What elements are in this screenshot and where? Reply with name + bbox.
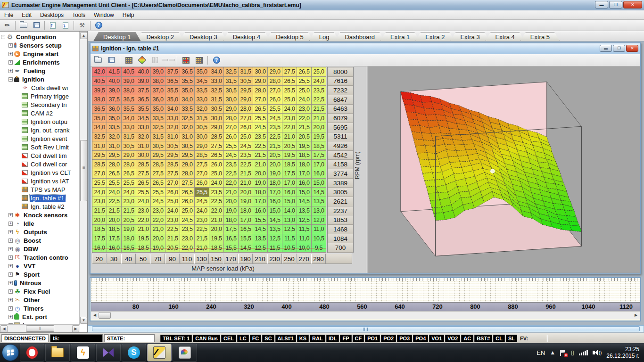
- ignition-cell[interactable]: 29,0: [239, 95, 253, 105]
- ignition-cell[interactable]: 40,5: [92, 77, 107, 86]
- ignition-cell[interactable]: 35,0: [195, 67, 209, 77]
- ignition-cell[interactable]: 38,0: [122, 86, 136, 95]
- ignition-cell[interactable]: 23,0: [180, 234, 195, 244]
- menu-help[interactable]: Help: [118, 11, 139, 19]
- ignition-cell[interactable]: 23,0: [151, 206, 165, 216]
- taskbar-app-paint[interactable]: [173, 344, 197, 362]
- ignition-cell[interactable]: 19,0: [253, 179, 268, 188]
- sidebar-item-boost[interactable]: +◎Boost: [0, 236, 79, 245]
- ign-toolbar-save-icon[interactable]: [106, 55, 117, 65]
- ignition-cell[interactable]: 39,0: [151, 67, 165, 77]
- ignition-cell[interactable]: 36,5: [122, 95, 136, 105]
- ignition-cell[interactable]: 27,0: [268, 86, 282, 95]
- ignition-cell[interactable]: 21,5: [195, 234, 209, 244]
- sidebar-item-ignition-event[interactable]: Ignition event: [0, 134, 79, 143]
- ignition-cell[interactable]: 26,5: [297, 67, 312, 77]
- ignition-cell[interactable]: 20,5: [122, 215, 136, 225]
- ignition-cell[interactable]: 30,5: [180, 141, 195, 151]
- tab-desktop-3[interactable]: Desktop 3: [180, 32, 227, 41]
- ign-toolbar-follow-table-icon[interactable]: [180, 55, 191, 65]
- ignition-cell[interactable]: 27,0: [195, 169, 209, 179]
- ignition-cell[interactable]: 21,5: [122, 206, 136, 216]
- ignition-cell[interactable]: 23,5: [224, 160, 239, 170]
- ignition-cell[interactable]: 18,0: [253, 188, 268, 197]
- ignition-cell[interactable]: 29,0: [253, 77, 268, 86]
- ignition-cell[interactable]: 29,0: [122, 151, 136, 160]
- network-icon[interactable]: [579, 350, 588, 355]
- ignition-cell[interactable]: 28,5: [165, 160, 180, 170]
- tree-vscroll-thumb[interactable]: [80, 140, 87, 201]
- ignition-cell[interactable]: 36,0: [107, 105, 122, 114]
- ignition-cell[interactable]: 31,5: [239, 67, 253, 77]
- ignition-cell[interactable]: 20,0: [151, 234, 165, 244]
- ignition-cell[interactable]: 18,0: [122, 234, 136, 244]
- ignition-cell[interactable]: 36,5: [165, 77, 180, 86]
- ignition-cell[interactable]: 35,0: [92, 114, 107, 123]
- ignition-cell[interactable]: 25,5: [297, 77, 312, 86]
- ignition-cell[interactable]: 28,5: [151, 160, 165, 170]
- ignition-cell[interactable]: 35,0: [107, 114, 122, 123]
- sidebar-item-timers[interactable]: +◷Timers: [0, 304, 79, 313]
- ignition-cell[interactable]: 28,5: [209, 132, 224, 142]
- minimize-button[interactable]: ▬: [595, 1, 608, 8]
- tab-log[interactable]: Log: [309, 32, 339, 41]
- ignition-cell[interactable]: 27,0: [239, 114, 253, 123]
- ignition-cell[interactable]: 40,0: [107, 77, 122, 86]
- taskbar-app-emu-client[interactable]: [147, 344, 172, 362]
- ignition-cell[interactable]: 35,0: [180, 86, 195, 95]
- ignition-cell[interactable]: 25,0: [239, 132, 253, 142]
- ignition-cell[interactable]: 33,0: [209, 77, 224, 86]
- ignition-cell[interactable]: 17,0: [282, 179, 297, 188]
- ignition-cell[interactable]: 32,0: [180, 123, 195, 132]
- ignition-cell[interactable]: 23,0: [195, 215, 209, 225]
- log-scrollbar[interactable]: ◀ ▶: [91, 311, 640, 319]
- ignition-cell[interactable]: 31,0: [165, 132, 180, 142]
- ignition-cell[interactable]: 32,0: [107, 132, 122, 142]
- tree-expander-expand-icon[interactable]: +: [8, 289, 13, 294]
- volume-icon[interactable]: )): [593, 349, 602, 356]
- ignition-cell[interactable]: 22,5: [312, 95, 326, 105]
- ignition-cell[interactable]: 25,0: [209, 169, 224, 179]
- ignition-cell[interactable]: 12,5: [297, 215, 312, 225]
- ignition-cell[interactable]: 20,0: [107, 215, 122, 225]
- ignition-cell[interactable]: 26,0: [180, 197, 195, 206]
- sidebar-item-ign-out-crank[interactable]: Ign. out. crank: [0, 126, 79, 134]
- ignition-cell[interactable]: 14,0: [282, 206, 297, 216]
- ignition-cell[interactable]: 25,5: [136, 188, 151, 197]
- ignition-cell[interactable]: 31,5: [209, 95, 224, 105]
- ignition-cell[interactable]: 16,0: [297, 179, 312, 188]
- ignition-cell[interactable]: 24,0: [136, 197, 151, 206]
- log-plot-area[interactable]: [91, 278, 640, 302]
- ignition-cell[interactable]: 12,5: [268, 234, 282, 244]
- ignition-cell[interactable]: 18,5: [297, 151, 312, 160]
- menu-tools[interactable]: Tools: [68, 11, 90, 19]
- taskbar-app-explorer[interactable]: [45, 344, 70, 362]
- ignition-cell[interactable]: 13,0: [282, 215, 297, 225]
- ignition-cell[interactable]: 19,0: [239, 197, 253, 206]
- ignition-cell[interactable]: 24,0: [282, 105, 297, 114]
- ignition-cell[interactable]: 27,0: [224, 123, 239, 132]
- ignition-cell[interactable]: 26,5: [136, 179, 151, 188]
- ignition-cell[interactable]: 11,0: [297, 234, 312, 244]
- sidebar-item-ign-table-1[interactable]: Ign. table #1: [0, 194, 79, 202]
- restore-button[interactable]: ❐: [609, 1, 622, 8]
- sidebar-item-nitrous[interactable]: +Nitrous: [0, 279, 79, 287]
- ignition-cell[interactable]: 22,0: [297, 114, 312, 123]
- ignition-cell[interactable]: 25,0: [297, 86, 312, 95]
- ignition-cell[interactable]: 34,5: [195, 77, 209, 86]
- ignition-cell[interactable]: 19,0: [268, 169, 282, 179]
- ignition-cell[interactable]: 17,5: [282, 169, 297, 179]
- tree-expander-expand-icon[interactable]: +: [8, 315, 13, 319]
- child-close-button[interactable]: ✕: [626, 45, 638, 52]
- ignition-cell[interactable]: 21,5: [107, 206, 122, 216]
- ignition-cell[interactable]: 34,0: [180, 95, 195, 105]
- ignition-cell[interactable]: 21,0: [253, 160, 268, 170]
- sidebar-item-engine-start[interactable]: +▶Engine start: [0, 49, 79, 58]
- ignition-cell[interactable]: 24,0: [195, 206, 209, 216]
- ignition-cell[interactable]: 34,0: [122, 114, 136, 123]
- scroll-right-arrow-icon[interactable]: ▶: [72, 325, 79, 332]
- ignition-cell[interactable]: 22,0: [224, 179, 239, 188]
- ignition-cell[interactable]: 24,0: [107, 188, 122, 197]
- ignition-cell[interactable]: 23,5: [209, 188, 224, 197]
- ignition-cell[interactable]: 27,5: [195, 160, 209, 170]
